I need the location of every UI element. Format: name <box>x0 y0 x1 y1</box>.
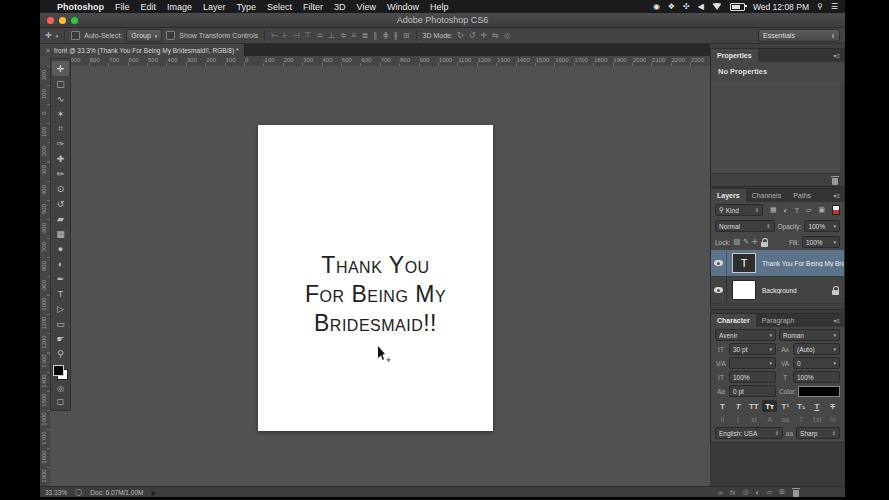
distribute-horizontal-centers-icon[interactable]: ⋕ <box>382 31 389 40</box>
type-style-button[interactable]: T <box>810 400 825 412</box>
3d-rotate-icon[interactable]: ↻ <box>457 31 464 40</box>
lock-all-icon[interactable] <box>761 242 768 247</box>
screen-mode-button[interactable]: ▢ <box>52 395 69 408</box>
font-style-dropdown[interactable]: Roman▾ <box>779 329 840 341</box>
layer-group-icon[interactable]: ▱ <box>767 488 772 496</box>
align-right-edges-icon[interactable]: ⊣ <box>292 31 299 40</box>
3d-roll-icon[interactable]: ↺ <box>469 31 476 40</box>
panel-menu-icon[interactable]: ▾≡ <box>833 49 844 62</box>
distribute-top-edges-icon[interactable]: ≑ <box>340 31 347 40</box>
dodge-tool[interactable]: ◐ <box>52 256 69 271</box>
filter-toggle-icon[interactable] <box>832 205 840 215</box>
clone-stamp-tool[interactable]: ⊙ <box>52 181 69 196</box>
fill-dropdown[interactable]: 100% ▾ <box>802 236 840 248</box>
baseline-shift-field[interactable]: 0 pt <box>729 385 776 397</box>
anti-alias-dropdown[interactable]: Sharp⇕ <box>796 427 840 439</box>
lock-transparency-icon[interactable]: ▨ <box>734 238 741 246</box>
eyedropper-tool[interactable]: ✑ <box>52 136 69 151</box>
menu-item[interactable]: Type <box>237 2 257 12</box>
tab-layers[interactable]: Layers <box>711 189 746 202</box>
type-style-button[interactable]: T <box>825 400 840 412</box>
dropbox-icon[interactable]: ❖ <box>668 2 675 11</box>
3d-slide-icon[interactable]: ⇆ <box>492 31 499 40</box>
volume-icon[interactable]: ◀ <box>698 2 704 11</box>
filter-smart-objects-icon[interactable]: ▣ <box>818 206 825 214</box>
pen-tool[interactable]: ✒ <box>52 271 69 286</box>
opentype-button[interactable]: T <box>794 414 809 424</box>
foreground-color-swatch[interactable] <box>53 365 64 376</box>
type-style-button[interactable]: TT <box>747 400 762 412</box>
healing-brush-tool[interactable]: ✚ <box>52 151 69 166</box>
menu-item[interactable]: View <box>357 2 376 12</box>
type-style-button[interactable]: T <box>715 400 730 412</box>
gradient-tool[interactable]: ▦ <box>52 226 69 241</box>
menu-item[interactable]: Window <box>387 2 419 12</box>
move-tool-preset-icon[interactable]: ✛ <box>45 31 52 40</box>
tracking-dropdown[interactable]: 0▾ <box>793 357 840 369</box>
preset-arrow-icon[interactable]: ▾ <box>56 33 59 39</box>
opentype-button[interactable]: ½ <box>825 414 840 424</box>
quick-selection-tool[interactable]: ✶ <box>52 106 69 121</box>
type-tool[interactable]: T <box>52 286 69 301</box>
visibility-toggle[interactable] <box>711 277 727 303</box>
new-layer-icon[interactable]: ⊞ <box>779 488 785 496</box>
distribute-left-edges-icon[interactable]: ∥ <box>373 31 377 40</box>
document-canvas[interactable]: Thank You For Being My Bridesmaid!! <box>258 125 493 431</box>
layer-name[interactable]: Thank You For Being My Bride... <box>762 260 844 267</box>
filter-adjustment-layers-icon[interactable]: ◐ <box>784 207 788 214</box>
document-tab[interactable]: × front @ 33.3% (Thank You For Being My … <box>40 44 245 56</box>
lock-position-icon[interactable]: ✛ <box>752 238 758 246</box>
menu-item[interactable]: Photoshop <box>57 2 104 12</box>
3d-scale-icon[interactable]: ◎ <box>504 31 511 40</box>
tab-channels[interactable]: Channels <box>746 189 788 202</box>
menu-item[interactable]: Filter <box>303 2 323 12</box>
horizontal-scale-field[interactable]: 100% <box>793 371 840 383</box>
history-brush-tool[interactable]: ↺ <box>52 196 69 211</box>
opentype-button[interactable]: fi <box>715 414 730 424</box>
font-family-dropdown[interactable]: Avenir▾ <box>715 329 776 341</box>
document-size[interactable]: Doc: 6.07M/1.00M <box>90 489 143 496</box>
type-style-button[interactable]: Tᴛ <box>762 400 777 412</box>
distribute-bottom-edges-icon[interactable]: ≣ <box>361 31 368 40</box>
opentype-button[interactable]: 1st <box>810 414 825 424</box>
font-size-dropdown[interactable]: 30 pt▾ <box>729 343 776 355</box>
shape-tool[interactable]: ▭ <box>52 316 69 331</box>
tab-character[interactable]: Character <box>711 314 756 327</box>
menubar-clock[interactable]: Wed 12:08 PM <box>753 2 809 12</box>
close-window-button[interactable] <box>47 17 54 24</box>
menu-item[interactable]: Select <box>267 2 292 12</box>
tab-properties[interactable]: Properties <box>711 49 758 62</box>
menu-item[interactable]: Edit <box>141 2 157 12</box>
distribute-vertical-centers-icon[interactable]: ≡ <box>352 31 357 40</box>
layer-mask-icon[interactable]: ◎ <box>742 488 748 496</box>
layer-row-text[interactable]: T Thank You For Being My Bride... <box>711 250 844 277</box>
layer-effects-icon[interactable]: fx <box>730 489 735 496</box>
link-layers-icon[interactable]: ∞ <box>718 489 723 496</box>
align-horizontal-centers-icon[interactable]: ⊦ <box>283 31 287 40</box>
opentype-button[interactable]: aa <box>778 414 793 424</box>
close-tab-icon[interactable]: × <box>46 47 50 54</box>
align-top-edges-icon[interactable]: ⊤ <box>304 31 311 40</box>
panel-menu-icon[interactable]: ▾≡ <box>833 314 844 327</box>
layer-row-background[interactable]: Background <box>711 277 844 304</box>
battery-icon[interactable] <box>730 3 745 11</box>
notification-center-icon[interactable]: ☰ <box>831 2 838 11</box>
leading-dropdown[interactable]: (Auto)▾ <box>793 343 840 355</box>
eraser-tool[interactable]: ▰ <box>52 211 69 226</box>
blend-mode-dropdown[interactable]: Normal ⇕ <box>715 220 775 232</box>
tab-paragraph[interactable]: Paragraph <box>756 314 801 327</box>
menu-item[interactable]: 3D <box>334 2 346 12</box>
type-style-button[interactable]: T₁ <box>794 400 809 412</box>
3d-drag-icon[interactable]: ✛ <box>480 31 487 40</box>
zoom-window-button[interactable] <box>71 17 78 24</box>
auto-align-layers-icon[interactable]: ⊞ <box>403 31 410 40</box>
vertical-scale-field[interactable]: 100% <box>729 371 776 383</box>
wifi-icon[interactable] <box>712 3 722 10</box>
show-transform-checkbox[interactable] <box>166 31 175 40</box>
adjustment-layer-icon[interactable]: ◐ <box>756 489 760 496</box>
text-layer-thumbnail[interactable]: T <box>732 253 756 273</box>
screen-record-icon[interactable]: ◉ <box>653 2 660 11</box>
text-color-swatch[interactable] <box>798 386 840 397</box>
background-layer-thumbnail[interactable] <box>732 280 756 300</box>
menu-item[interactable]: Layer <box>203 2 226 12</box>
